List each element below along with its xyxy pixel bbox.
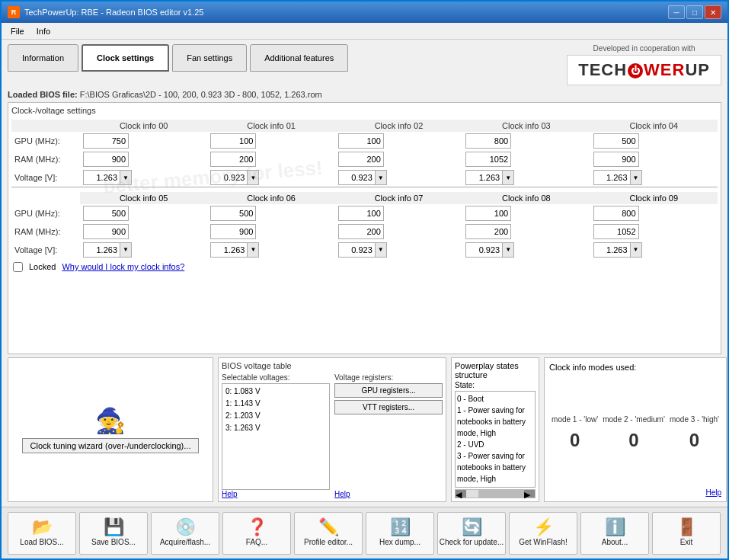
scroll-left-btn[interactable]: ◀ — [456, 490, 466, 498]
locked-link[interactable]: Why would I lock my clock infos? — [62, 262, 184, 271]
volt-03-dropdown[interactable]: ▼ — [502, 170, 514, 185]
ram-02-input[interactable] — [338, 152, 384, 167]
tab-fan-settings[interactable]: Fan settings — [172, 44, 247, 72]
volt-02-dropdown[interactable]: ▼ — [375, 170, 387, 185]
col-header-empty — [11, 120, 80, 132]
powerplay-state-0[interactable]: 0 - Boot — [457, 393, 533, 405]
volt-row-1: Voltage [V]: ▼ ▼ — [11, 168, 718, 187]
ram-05-input[interactable] — [83, 224, 129, 239]
voltage-item-3[interactable]: 3: 1.263 V — [225, 422, 326, 434]
gpu-02-input[interactable] — [338, 133, 384, 149]
col-header-06: Clock info 06 — [207, 192, 334, 204]
volt-01-input[interactable] — [210, 170, 247, 185]
volt-04-dropdown[interactable]: ▼ — [630, 170, 642, 185]
exit-label: Exit — [680, 538, 693, 547]
volt-01-dropdown[interactable]: ▼ — [247, 170, 259, 185]
profile-editor-button[interactable]: ✏️ Profile editor... — [294, 512, 363, 555]
get-winflash-label: Get WinFlash! — [519, 538, 567, 547]
ram-01-input[interactable] — [210, 152, 256, 167]
gpu-07-input[interactable] — [338, 206, 384, 221]
app-icon: R — [8, 6, 20, 18]
ram-09-input[interactable] — [593, 224, 639, 239]
volt-00-dropdown[interactable]: ▼ — [120, 170, 132, 185]
about-button[interactable]: ℹ️ About... — [580, 512, 649, 555]
hex-dump-button[interactable]: 🔢 Hex dump... — [366, 512, 434, 555]
gpu-01-input[interactable] — [210, 133, 256, 149]
col-header-00: Clock info 00 — [80, 120, 207, 132]
volt-08-input[interactable] — [465, 242, 502, 258]
gpu-03-input[interactable] — [465, 133, 511, 149]
ram-03-input[interactable] — [465, 152, 511, 167]
volt-09-dropdown[interactable]: ▼ — [630, 242, 642, 258]
load-bios-button[interactable]: 📂 Load BIOS... — [8, 512, 76, 555]
voltage-help-link[interactable]: Help — [222, 490, 330, 498]
headers-row-2: Clock info 05 Clock info 06 Clock info 0… — [11, 192, 718, 204]
exit-button[interactable]: 🚪 Exit — [652, 512, 721, 555]
powerplay-state-3[interactable]: 3 - Power saving for notebooks in batter… — [457, 450, 533, 485]
volt-04-input[interactable] — [593, 170, 630, 185]
gpu-04-input[interactable] — [593, 133, 639, 149]
save-bios-label: Save BIOS... — [91, 538, 136, 547]
voltage-item-0[interactable]: 0: 1.083 V — [225, 386, 326, 398]
volt-05-dropdown[interactable]: ▼ — [120, 242, 132, 258]
powerplay-state-1[interactable]: 1 - Power saving for notebooks in batter… — [457, 405, 533, 439]
scroll-right-btn[interactable]: ▶ — [524, 490, 535, 498]
voltage-item-2[interactable]: 2: 1.203 V — [225, 410, 326, 422]
gpu-05-input[interactable] — [83, 206, 129, 221]
gpu-08-input[interactable] — [465, 206, 511, 221]
volt-00-input[interactable] — [83, 170, 120, 185]
locked-checkbox[interactable] — [13, 262, 23, 272]
maximize-button[interactable]: □ — [686, 5, 703, 19]
volt-03-input[interactable] — [465, 170, 502, 185]
volt-08-dropdown[interactable]: ▼ — [502, 242, 514, 258]
title-bar-buttons: ─ □ ✕ — [668, 5, 721, 19]
voltage-title: BIOS voltage table — [222, 361, 443, 370]
check-update-button[interactable]: 🔄 Check for update... — [437, 512, 506, 555]
volt-07-dropdown[interactable]: ▼ — [375, 242, 387, 258]
powerplay-box: Powerplay states structure State: 0 - Bo… — [451, 357, 539, 502]
logo-tech-text: TECH — [578, 60, 627, 79]
ram-06-input[interactable] — [210, 224, 256, 239]
registers-help-link[interactable]: Help — [334, 490, 443, 498]
mode2-col: mode 2 - 'medium' 0 — [603, 415, 665, 451]
scroll-thumb[interactable] — [478, 490, 524, 498]
volt-05-input[interactable] — [83, 242, 120, 258]
clock-modes-help-link[interactable]: Help — [549, 488, 721, 497]
menu-info[interactable]: Info — [30, 25, 56, 37]
clock-table-1: Clock info 00 Clock info 01 Clock info 0… — [11, 120, 718, 259]
about-icon: ℹ️ — [605, 519, 625, 536]
voltage-list: 0: 1.083 V 1: 1.143 V 2: 1.203 V 3: 1.26… — [222, 383, 330, 490]
logo-power-icon: ⏻ — [628, 63, 643, 78]
powerplay-state-2[interactable]: 2 - UVD — [457, 439, 533, 450]
voltage-item-1[interactable]: 1: 1.143 V — [225, 398, 326, 410]
acquire-flash-button[interactable]: 💿 Acquire/flash... — [151, 512, 219, 555]
gpu-06-input[interactable] — [210, 206, 256, 221]
hex-dump-icon: 🔢 — [390, 519, 411, 536]
volt-06-dropdown[interactable]: ▼ — [247, 242, 259, 258]
powerplay-scrollbar[interactable]: ◀ ▶ — [455, 489, 536, 498]
voltage-right: Voltage registers: GPU registers... VTT … — [334, 373, 443, 498]
ram-00-input[interactable] — [83, 152, 129, 167]
get-winflash-button[interactable]: ⚡ Get WinFlash! — [509, 512, 577, 555]
volt-09-input[interactable] — [593, 242, 630, 258]
main-content: Information Clock settings Fan settings … — [2, 40, 727, 507]
faq-button[interactable]: ❓ FAQ... — [222, 512, 291, 555]
minimize-button[interactable]: ─ — [668, 5, 685, 19]
tab-information[interactable]: Information — [8, 44, 78, 72]
tab-additional-features[interactable]: Additional features — [250, 44, 348, 72]
wizard-button[interactable]: Clock tuning wizard (over-/underclocking… — [22, 438, 200, 453]
gpu-00-input[interactable] — [83, 133, 129, 149]
volt-02-input[interactable] — [338, 170, 375, 185]
gpu-09-input[interactable] — [593, 206, 639, 221]
close-button[interactable]: ✕ — [705, 5, 721, 19]
ram-08-input[interactable] — [465, 224, 511, 239]
volt-06-input[interactable] — [210, 242, 247, 258]
gpu-registers-button[interactable]: GPU registers... — [334, 383, 443, 398]
save-bios-button[interactable]: 💾 Save BIOS... — [79, 512, 148, 555]
tab-clock-settings[interactable]: Clock settings — [82, 44, 169, 72]
menu-file[interactable]: File — [5, 25, 30, 37]
ram-04-input[interactable] — [593, 152, 639, 167]
volt-07-input[interactable] — [338, 242, 375, 258]
ram-07-input[interactable] — [338, 224, 384, 239]
vtt-registers-button[interactable]: VTT registers... — [334, 400, 443, 414]
